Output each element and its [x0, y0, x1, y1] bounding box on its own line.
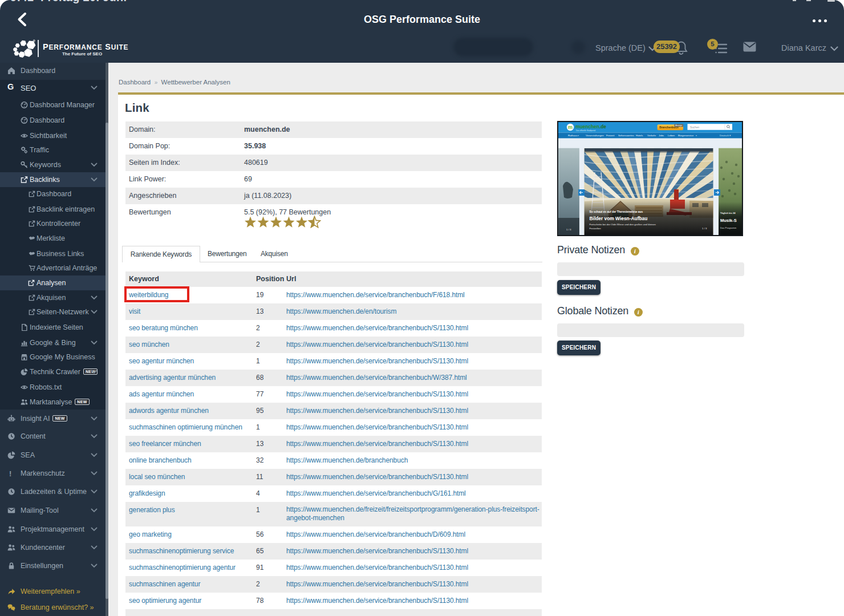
svg-text:▾: ▾: [696, 135, 697, 137]
svg-text:Das Programm: Das Programm: [720, 226, 737, 229]
svg-text:Musik-S: Musik-S: [720, 218, 737, 223]
svg-text:Festzelten: Festzelten: [590, 227, 602, 230]
svg-text:So schaut es auf der Theresien: So schaut es auf der Theresienwiese aus: [590, 210, 643, 213]
svg-text:Täglich bis 24: Täglich bis 24: [720, 212, 736, 214]
svg-text:Anzeige: Anzeige: [675, 124, 682, 127]
svg-text:Leben: Leben: [668, 134, 675, 137]
svg-text:Fortschritte bei der Oidn Wies: Fortschritte bei der Oidn Wiesn und den …: [590, 223, 656, 226]
svg-text:Veranstaltungen: Veranstaltungen: [586, 134, 604, 137]
svg-text:▾: ▾: [578, 135, 579, 137]
svg-text:Suchen: Suchen: [690, 126, 700, 129]
svg-text:Verkehr: Verkehr: [647, 134, 656, 137]
svg-text:1 / 3: 1 / 3: [702, 227, 707, 230]
svg-text:m: m: [568, 124, 573, 130]
svg-text:Rathaus: Rathaus: [568, 134, 578, 137]
svg-text:Bilder vom Wiesn-Aufbau: Bilder vom Wiesn-Aufbau: [590, 216, 648, 221]
svg-text:Jobs: Jobs: [659, 134, 664, 137]
svg-text:Hotels: Hotels: [636, 134, 643, 137]
svg-text:Sehenswertes: Sehenswertes: [618, 134, 635, 137]
svg-text:Das offizielle Stadtportal: Das offizielle Stadtportal: [576, 129, 596, 132]
svg-text:Bürgerservice: Bürgerservice: [678, 134, 694, 137]
svg-text:1 / 3: 1 / 3: [566, 228, 571, 231]
svg-text:Freizeit: Freizeit: [606, 134, 615, 137]
svg-text:Deutsch ▾: Deutsch ▾: [720, 134, 731, 137]
svg-text:muenchen.de: muenchen.de: [575, 124, 606, 129]
